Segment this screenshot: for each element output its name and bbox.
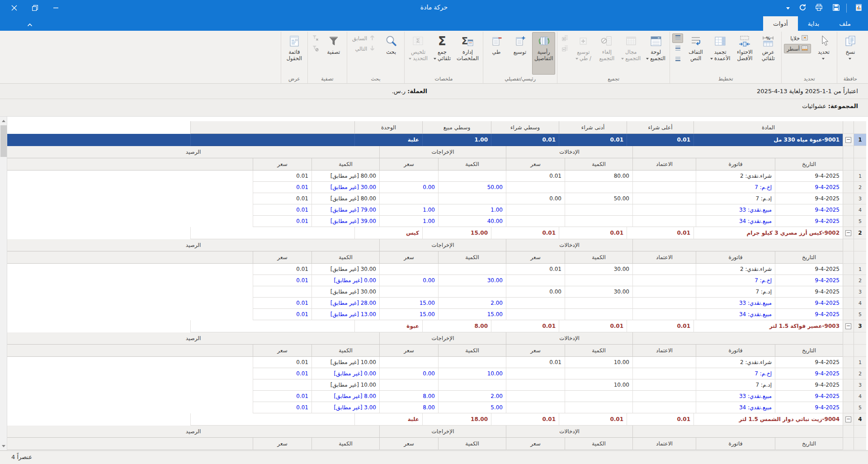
toolbar-dropdown-button[interactable] [781, 3, 795, 14]
detail-column-header-credit[interactable]: الاعتماد [632, 158, 696, 170]
detail-row[interactable]: 39-4-2025إد.م: 710.0010.00 [غير مطابق] [7, 379, 866, 391]
material-group-row[interactable]: 1−9001-عبوة مياه 330 مل0.010.010.011.00ع… [7, 134, 866, 146]
detail-column-header-price-bal[interactable]: سعر [253, 251, 311, 264]
detail-column-header-date[interactable]: التاريخ [775, 345, 843, 357]
collapse-ribbon-button[interactable] [25, 20, 35, 28]
collapse-group-button[interactable]: − [845, 230, 851, 236]
save-button[interactable] [829, 3, 843, 14]
align-top-button[interactable] [672, 33, 683, 43]
detail-row[interactable]: 39-4-2025إد.م: 730.000.0030.00 [غير مطاب… [7, 286, 866, 298]
detail-column-header-date[interactable]: التاريخ [775, 251, 843, 264]
detail-column-header-credit[interactable]: الاعتماد [632, 251, 696, 264]
detail-column-header-price-out[interactable]: سعر [379, 251, 438, 264]
detail-row[interactable]: 49-4-2025مبيع.نقدي: 332.008.008.00 [غير … [7, 391, 866, 402]
detail-column-header-price-out[interactable]: سعر [379, 158, 438, 170]
detail-column-header-price-bal[interactable]: سعر [253, 345, 311, 357]
detail-column-header-invoice[interactable]: فاتورة [696, 345, 775, 357]
filter-button[interactable]: تصفية [322, 32, 345, 75]
gridplain-icon [624, 33, 638, 49]
material-group-row[interactable]: 2−9002-كيس أرز مصري 3 كيلو جرام0.010.010… [7, 227, 866, 239]
column-header-material[interactable]: المادة [693, 121, 843, 134]
auto-width-button[interactable]: %عرضتلقائي [757, 32, 779, 75]
detail-column-header-invoice[interactable]: فاتورة [696, 251, 775, 264]
copy-button[interactable]: نسخ [839, 32, 862, 75]
detail-column-header-price-in[interactable]: سعر [506, 251, 565, 264]
detail-column-header-invoice[interactable]: فاتورة [696, 438, 775, 450]
detail-column-header-date[interactable]: التاريخ [775, 158, 843, 170]
detail-column-header-qty-in[interactable]: الكمية [565, 345, 632, 357]
column-header-avg-sell[interactable]: وسطي مبيع [422, 121, 491, 134]
print-button[interactable] [812, 3, 826, 14]
detail-column-header-price-in[interactable]: سعر [506, 345, 565, 357]
collapse-group-button[interactable]: − [845, 417, 851, 422]
detail-column-header-qty-out[interactable]: الكمية [438, 345, 506, 357]
detail-row[interactable]: 59-4-2025مبيع.نقدي: 345.008.003.00 [غير … [7, 402, 866, 413]
detail-column-header-qty-in[interactable]: الكمية [565, 438, 632, 450]
collapse-group-button[interactable]: − [845, 137, 851, 143]
detail-row[interactable]: 19-4-2025شراء.نقدي: 230.000.0130.00 [غير… [7, 264, 866, 275]
column-header-unit[interactable]: الوحدة [354, 121, 422, 134]
detail-row[interactable]: 59-4-2025مبيع.نقدي: 3440.001.0039.00 [غي… [7, 216, 866, 227]
detail-header-button[interactable]: رأسيةالتفاصيل [532, 32, 555, 75]
freeze-columns-button[interactable]: تجميدالأعمدة [708, 32, 732, 75]
avg-sell-cell: 1.00 [422, 134, 491, 146]
detail-column-header-credit[interactable]: الاعتماد [632, 345, 696, 357]
detail-column-header-qty-bal[interactable]: الكمية [311, 345, 379, 357]
column-header-highest-buy[interactable]: أعلى شراء [627, 121, 693, 134]
detail-row[interactable]: 29-4-2025إخ.م: 750.000.0030.00 [غير مطاب… [7, 182, 866, 193]
column-header-avg-buy[interactable]: وسطي شراء [491, 121, 559, 134]
autosum-button[interactable]: Σجمعتلقائي [431, 32, 453, 75]
detail-row[interactable]: 49-4-2025مبيع.نقدي: 331.001.0079.00 [غير… [7, 204, 866, 216]
detail-row[interactable]: 19-4-2025شراء.نقدي: 210.000.0110.00 [غير… [7, 357, 866, 368]
detail-row[interactable]: 29-4-2025إخ.م: 710.000.000.00 [غير مطابق… [7, 368, 866, 379]
group-panel-button[interactable]: لوحةالتجميع [644, 32, 668, 75]
collapse-details-button[interactable]: طي [485, 32, 508, 75]
detail-column-header-credit[interactable]: الاعتماد [632, 438, 696, 450]
material-group-row[interactable]: 3−9003-عصير فواكة 1.5 لتر0.010.010.018.0… [7, 320, 866, 332]
detail-column-header-qty-out[interactable]: الكمية [438, 438, 506, 450]
tab-file[interactable]: ملف [829, 16, 861, 31]
detail-row[interactable]: 49-4-2025مبيع.نقدي: 332.0015.0028.00 [غي… [7, 298, 866, 309]
tab-home[interactable]: بداية [798, 16, 830, 31]
scroll-down-button[interactable] [0, 442, 7, 450]
tab-tools[interactable]: أدوات [763, 16, 798, 31]
detail-row[interactable]: 19-4-2025شراء.نقدي: 280.000.0180.00 [غير… [7, 170, 866, 182]
cells-button[interactable]: خلايا [784, 33, 811, 43]
wrap-text-button[interactable]: التفافالنص [684, 32, 707, 75]
rows-button[interactable]: أسطر [784, 44, 811, 53]
app-icon-button[interactable] [852, 3, 865, 14]
expand-details-button[interactable]: توسيع [509, 32, 531, 75]
detail-row[interactable]: 59-4-2025مبيع.نقدي: 3415.0015.0013.00 [غ… [7, 309, 866, 320]
detail-column-header-price-in[interactable]: سعر [506, 438, 565, 450]
detail-column-header-qty-in[interactable]: الكمية [565, 158, 632, 170]
field-list-button[interactable]: قائمةالحقول [283, 32, 306, 75]
detail-column-header-qty-bal[interactable]: الكمية [311, 251, 379, 264]
detail-column-header-qty-bal[interactable]: الكمية [311, 438, 379, 450]
detail-column-header-price-out[interactable]: سعر [379, 345, 438, 357]
detail-column-header-invoice[interactable]: فاتورة [696, 158, 775, 170]
detail-row[interactable]: 29-4-2025إخ.م: 730.000.000.00 [غير مطابق… [7, 275, 866, 286]
detail-column-header-qty-out[interactable]: الكمية [438, 158, 506, 170]
scroll-up-button[interactable] [0, 117, 7, 125]
detail-column-header-price-out[interactable]: سعر [379, 438, 438, 450]
detail-column-header-price-bal[interactable]: سعر [253, 438, 311, 450]
align-bottom-button[interactable] [672, 54, 683, 64]
collapse-group-button[interactable]: − [845, 323, 851, 329]
scrollbar-thumb[interactable] [0, 125, 7, 157]
detail-column-header-price-in[interactable]: سعر [506, 158, 565, 170]
vertical-scrollbar[interactable] [0, 117, 7, 450]
refresh-button[interactable] [796, 3, 809, 14]
align-middle-button[interactable] [672, 44, 683, 53]
search-button[interactable]: بحث [380, 32, 402, 75]
detail-row[interactable]: 39-4-2025إد.م: 750.000.0080.00 [غير مطاب… [7, 193, 866, 204]
detail-column-header-qty-out[interactable]: الكمية [438, 251, 506, 264]
select-button[interactable]: تحديد [812, 32, 835, 75]
manage-summaries-button[interactable]: Σإدارةالملخصات [454, 32, 481, 75]
detail-column-header-price-bal[interactable]: سعر [253, 158, 311, 170]
best-fit-button[interactable]: الاحتواءالأفضل [733, 32, 756, 75]
detail-column-header-qty-in[interactable]: الكمية [565, 251, 632, 264]
detail-column-header-date[interactable]: التاريخ [775, 438, 843, 450]
column-header-lowest-buy[interactable]: أدنى شراء [559, 121, 627, 134]
detail-column-header-qty-bal[interactable]: الكمية [311, 158, 379, 170]
material-group-row[interactable]: 4−9004-زيت نباتي دوار الشمس 1.5 لتر0.010… [7, 413, 866, 426]
